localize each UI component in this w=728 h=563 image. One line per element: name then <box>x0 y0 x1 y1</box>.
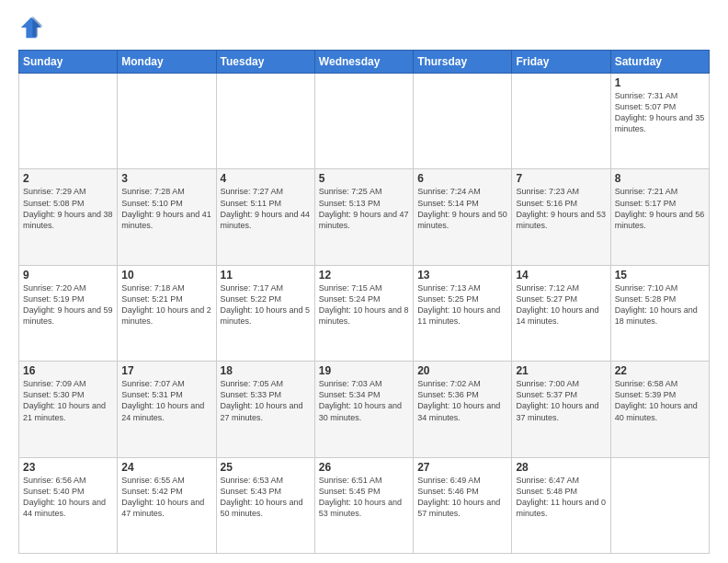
day-info: Sunrise: 7:02 AM Sunset: 5:36 PM Dayligh… <box>417 378 507 423</box>
day-info: Sunrise: 6:56 AM Sunset: 5:40 PM Dayligh… <box>23 475 113 520</box>
day-cell: 4Sunrise: 7:27 AM Sunset: 5:11 PM Daylig… <box>216 169 314 265</box>
day-cell: 8Sunrise: 7:21 AM Sunset: 5:17 PM Daylig… <box>610 169 709 265</box>
day-info: Sunrise: 6:49 AM Sunset: 5:46 PM Dayligh… <box>417 475 507 520</box>
day-cell: 21Sunrise: 7:00 AM Sunset: 5:37 PM Dayli… <box>512 362 610 457</box>
day-info: Sunrise: 6:53 AM Sunset: 5:43 PM Dayligh… <box>221 475 311 520</box>
day-cell: 16Sunrise: 7:09 AM Sunset: 5:30 PM Dayli… <box>19 362 118 457</box>
day-number: 12 <box>319 269 409 282</box>
day-info: Sunrise: 7:27 AM Sunset: 5:11 PM Dayligh… <box>221 186 311 231</box>
day-info: Sunrise: 6:47 AM Sunset: 5:48 PM Dayligh… <box>516 475 606 520</box>
day-number: 2 <box>23 172 113 185</box>
day-cell: 3Sunrise: 7:28 AM Sunset: 5:10 PM Daylig… <box>118 169 216 265</box>
svg-marker-0 <box>21 17 41 38</box>
day-info: Sunrise: 7:00 AM Sunset: 5:37 PM Dayligh… <box>516 378 606 423</box>
calendar-header: SundayMondayTuesdayWednesdayThursdayFrid… <box>19 51 710 74</box>
week-row-2: 9Sunrise: 7:20 AM Sunset: 5:19 PM Daylig… <box>19 265 710 361</box>
day-info: Sunrise: 7:18 AM Sunset: 5:21 PM Dayligh… <box>121 282 211 327</box>
day-cell: 10Sunrise: 7:18 AM Sunset: 5:21 PM Dayli… <box>118 265 216 361</box>
day-info: Sunrise: 7:17 AM Sunset: 5:22 PM Dayligh… <box>221 282 311 327</box>
day-cell: 14Sunrise: 7:12 AM Sunset: 5:27 PM Dayli… <box>512 265 610 361</box>
day-cell: 28Sunrise: 6:47 AM Sunset: 5:48 PM Dayli… <box>512 457 610 553</box>
weekday-header-sunday: Sunday <box>19 51 118 74</box>
day-cell: 18Sunrise: 7:05 AM Sunset: 5:33 PM Dayli… <box>216 362 314 457</box>
day-cell: 9Sunrise: 7:20 AM Sunset: 5:19 PM Daylig… <box>19 265 118 361</box>
day-cell: 13Sunrise: 7:13 AM Sunset: 5:25 PM Dayli… <box>414 265 512 361</box>
day-number: 20 <box>417 364 507 377</box>
day-info: Sunrise: 7:29 AM Sunset: 5:08 PM Dayligh… <box>23 186 113 231</box>
day-cell: 12Sunrise: 7:15 AM Sunset: 5:24 PM Dayli… <box>314 265 413 361</box>
day-info: Sunrise: 7:31 AM Sunset: 5:07 PM Dayligh… <box>615 90 705 135</box>
day-cell <box>512 74 610 169</box>
day-cell: 15Sunrise: 7:10 AM Sunset: 5:28 PM Dayli… <box>610 265 709 361</box>
day-number: 16 <box>23 364 113 377</box>
day-cell <box>314 74 413 169</box>
day-number: 6 <box>417 172 507 185</box>
day-cell: 1Sunrise: 7:31 AM Sunset: 5:07 PM Daylig… <box>610 74 709 169</box>
day-cell <box>19 74 118 169</box>
day-number: 9 <box>23 269 113 282</box>
day-number: 17 <box>121 364 211 377</box>
weekday-header-tuesday: Tuesday <box>216 51 314 74</box>
weekday-row: SundayMondayTuesdayWednesdayThursdayFrid… <box>19 51 710 74</box>
day-number: 15 <box>615 269 705 282</box>
day-info: Sunrise: 7:10 AM Sunset: 5:28 PM Dayligh… <box>615 282 705 327</box>
calendar-table: SundayMondayTuesdayWednesdayThursdayFrid… <box>18 50 710 554</box>
day-info: Sunrise: 7:20 AM Sunset: 5:19 PM Dayligh… <box>23 282 113 327</box>
day-info: Sunrise: 7:05 AM Sunset: 5:33 PM Dayligh… <box>221 378 311 423</box>
day-cell: 22Sunrise: 6:58 AM Sunset: 5:39 PM Dayli… <box>610 362 709 457</box>
day-cell <box>610 457 709 553</box>
day-cell: 26Sunrise: 6:51 AM Sunset: 5:45 PM Dayli… <box>314 457 413 553</box>
day-info: Sunrise: 7:13 AM Sunset: 5:25 PM Dayligh… <box>417 282 507 327</box>
day-cell: 23Sunrise: 6:56 AM Sunset: 5:40 PM Dayli… <box>19 457 118 553</box>
weekday-header-friday: Friday <box>512 51 610 74</box>
day-number: 19 <box>319 364 409 377</box>
week-row-1: 2Sunrise: 7:29 AM Sunset: 5:08 PM Daylig… <box>19 169 710 265</box>
day-info: Sunrise: 7:12 AM Sunset: 5:27 PM Dayligh… <box>516 282 606 327</box>
header <box>18 15 710 40</box>
day-cell: 5Sunrise: 7:25 AM Sunset: 5:13 PM Daylig… <box>314 169 413 265</box>
day-cell: 19Sunrise: 7:03 AM Sunset: 5:34 PM Dayli… <box>314 362 413 457</box>
day-cell: 7Sunrise: 7:23 AM Sunset: 5:16 PM Daylig… <box>512 169 610 265</box>
day-number: 18 <box>221 364 311 377</box>
day-info: Sunrise: 7:28 AM Sunset: 5:10 PM Dayligh… <box>121 186 211 231</box>
day-cell: 25Sunrise: 6:53 AM Sunset: 5:43 PM Dayli… <box>216 457 314 553</box>
day-number: 8 <box>615 172 705 185</box>
day-cell: 20Sunrise: 7:02 AM Sunset: 5:36 PM Dayli… <box>414 362 512 457</box>
day-cell <box>118 74 216 169</box>
day-number: 25 <box>221 461 311 474</box>
calendar-body: 1Sunrise: 7:31 AM Sunset: 5:07 PM Daylig… <box>19 74 710 554</box>
day-number: 4 <box>221 172 311 185</box>
weekday-header-thursday: Thursday <box>414 51 512 74</box>
day-cell <box>414 74 512 169</box>
day-info: Sunrise: 7:24 AM Sunset: 5:14 PM Dayligh… <box>417 186 507 231</box>
day-cell: 24Sunrise: 6:55 AM Sunset: 5:42 PM Dayli… <box>118 457 216 553</box>
day-info: Sunrise: 6:51 AM Sunset: 5:45 PM Dayligh… <box>319 475 409 520</box>
day-number: 24 <box>121 461 211 474</box>
day-number: 28 <box>516 461 606 474</box>
day-info: Sunrise: 7:09 AM Sunset: 5:30 PM Dayligh… <box>23 378 113 423</box>
day-cell <box>216 74 314 169</box>
day-number: 23 <box>23 461 113 474</box>
day-info: Sunrise: 7:21 AM Sunset: 5:17 PM Dayligh… <box>615 186 705 231</box>
day-info: Sunrise: 7:15 AM Sunset: 5:24 PM Dayligh… <box>319 282 409 327</box>
day-number: 5 <box>319 172 409 185</box>
day-cell: 27Sunrise: 6:49 AM Sunset: 5:46 PM Dayli… <box>414 457 512 553</box>
week-row-3: 16Sunrise: 7:09 AM Sunset: 5:30 PM Dayli… <box>19 362 710 457</box>
day-info: Sunrise: 7:23 AM Sunset: 5:16 PM Dayligh… <box>516 186 606 231</box>
week-row-0: 1Sunrise: 7:31 AM Sunset: 5:07 PM Daylig… <box>19 74 710 169</box>
day-number: 27 <box>417 461 507 474</box>
logo-icon <box>18 15 44 40</box>
day-number: 1 <box>615 76 705 89</box>
day-number: 3 <box>121 172 211 185</box>
day-info: Sunrise: 7:07 AM Sunset: 5:31 PM Dayligh… <box>121 378 211 423</box>
day-number: 26 <box>319 461 409 474</box>
weekday-header-wednesday: Wednesday <box>314 51 413 74</box>
day-number: 11 <box>221 269 311 282</box>
day-info: Sunrise: 7:25 AM Sunset: 5:13 PM Dayligh… <box>319 186 409 231</box>
weekday-header-monday: Monday <box>118 51 216 74</box>
week-row-4: 23Sunrise: 6:56 AM Sunset: 5:40 PM Dayli… <box>19 457 710 553</box>
svg-marker-1 <box>32 16 42 36</box>
day-number: 7 <box>516 172 606 185</box>
day-info: Sunrise: 6:58 AM Sunset: 5:39 PM Dayligh… <box>615 378 705 423</box>
day-number: 21 <box>516 364 606 377</box>
